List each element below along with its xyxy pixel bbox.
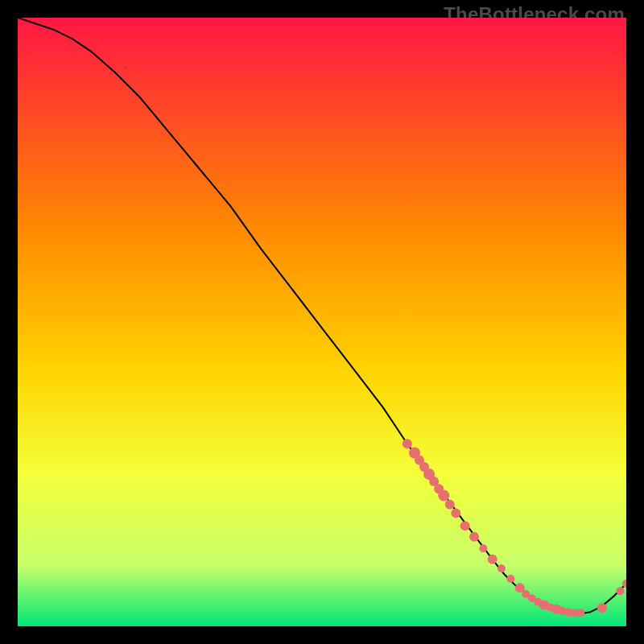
data-marker [438, 489, 449, 501]
data-marker [469, 532, 479, 542]
chart-stage: TheBottleneck.com [0, 0, 644, 644]
data-marker [597, 603, 607, 613]
data-marker [479, 544, 487, 552]
gradient-background [18, 18, 626, 626]
chart-svg [18, 18, 626, 626]
chart-plot-area [18, 18, 626, 626]
data-marker [497, 564, 506, 572]
data-marker [451, 508, 460, 518]
data-marker [488, 555, 497, 564]
data-marker [402, 439, 412, 448]
data-marker [616, 587, 624, 595]
data-marker [445, 500, 455, 510]
data-marker [460, 521, 470, 530]
data-marker [506, 575, 514, 583]
data-marker [576, 609, 584, 617]
